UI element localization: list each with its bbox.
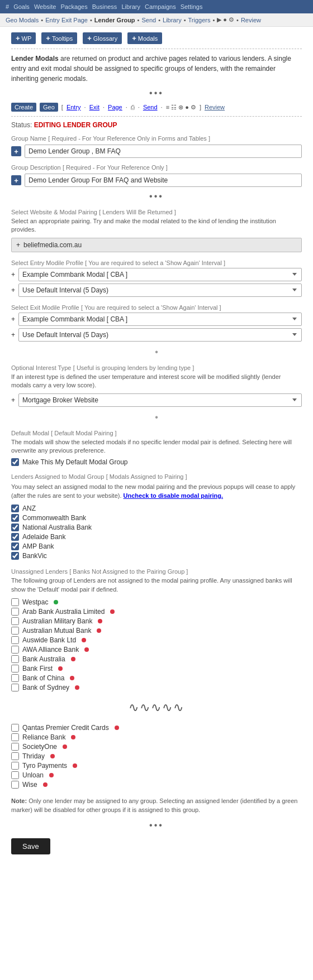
geo-action-btn[interactable]: Geo bbox=[40, 103, 58, 112]
breadcrumb-library[interactable]: Library bbox=[163, 17, 182, 23]
entry-interval-plus-icon: + bbox=[11, 286, 15, 294]
unassigned-qantas-label: Qantas Premier Credit Cards bbox=[22, 724, 109, 732]
unassigned-bank-of-china-checkbox[interactable] bbox=[11, 674, 19, 682]
interest-type-select[interactable]: Mortgage Broker Website Option 2 bbox=[18, 393, 302, 407]
unassigned-westpac-checkbox[interactable] bbox=[11, 598, 19, 606]
nav-item-packages[interactable]: Packages bbox=[60, 3, 87, 10]
unassigned-arab-bank-row: Arab Bank Australia Limited bbox=[11, 608, 302, 616]
exit-interval-select-row: + Use Default Interval (5 Days) Option 2 bbox=[11, 328, 302, 342]
nav-item-hash[interactable]: # bbox=[6, 3, 9, 10]
lender-cba-checkbox[interactable] bbox=[11, 514, 19, 522]
unassigned-qantas-checkbox[interactable] bbox=[11, 724, 19, 732]
action-exit-link[interactable]: Exit bbox=[89, 104, 99, 111]
lender-bankvic-row: BankVic bbox=[11, 552, 302, 560]
lender-bankvic-checkbox[interactable] bbox=[11, 552, 19, 560]
action-icons2: ≡ ☷ ⊗ ● ⚙ bbox=[166, 104, 196, 111]
save-button[interactable]: Save bbox=[11, 838, 50, 854]
note-content: Only one lender may be assigned to any g… bbox=[11, 798, 297, 814]
lender-adelaide-label: Adelaide Bank bbox=[22, 533, 65, 541]
lender-amp-checkbox[interactable] bbox=[11, 542, 19, 550]
tooltips-button[interactable]: + Tooltips bbox=[41, 32, 77, 44]
nav-item-campaigns[interactable]: Campaigns bbox=[145, 3, 176, 10]
entry-profile-title: Select Entry Modile Profile [ You are re… bbox=[11, 259, 302, 267]
entry-profile-plus-icon: + bbox=[11, 271, 15, 278]
wavy-divider: ∿∿∿∿∿ bbox=[11, 700, 302, 715]
unassigned-bank-australia-checkbox[interactable] bbox=[11, 655, 19, 663]
interest-type-plus-icon: + bbox=[11, 396, 15, 404]
unassigned-unloan-checkbox[interactable] bbox=[11, 771, 19, 779]
bank-first-dot bbox=[58, 666, 63, 671]
entry-interval-select[interactable]: Use Default Interval (5 Days) Option 2 bbox=[18, 284, 302, 297]
nav-item-website[interactable]: Website bbox=[34, 3, 56, 10]
group-name-input[interactable] bbox=[25, 145, 302, 158]
unassigned-arab-bank-checkbox[interactable] bbox=[11, 608, 19, 616]
website-display: + beliefmedia.com.au bbox=[11, 238, 302, 252]
unassigned-reliance-label: Reliance Bank bbox=[22, 733, 65, 741]
tyro-dot bbox=[73, 763, 77, 768]
action-review-link[interactable]: Review bbox=[205, 104, 225, 111]
glossary-button[interactable]: + Glossary bbox=[83, 32, 122, 44]
thriday-dot bbox=[50, 754, 55, 758]
action-send-link[interactable]: Send bbox=[143, 104, 158, 111]
lender-anz-checkbox[interactable] bbox=[11, 505, 19, 512]
wp-plus-icon: + bbox=[16, 34, 20, 42]
unassigned-reliance-checkbox[interactable] bbox=[11, 733, 19, 741]
unassigned-bank-first-checkbox[interactable] bbox=[11, 665, 19, 672]
action-sep4: · bbox=[138, 104, 140, 111]
action-page-link[interactable]: Page bbox=[108, 104, 122, 111]
breadcrumb-send[interactable]: Send bbox=[141, 17, 156, 23]
action-bracket-open: [ bbox=[61, 104, 63, 111]
nav-item-settings[interactable]: Settings bbox=[181, 3, 203, 10]
unassigned-awa-checkbox[interactable] bbox=[11, 646, 19, 654]
modals-label: Modals bbox=[138, 35, 158, 42]
wp-button[interactable]: + WP bbox=[11, 32, 36, 44]
breadcrumb-icons: ▶ ● ⚙ bbox=[217, 16, 234, 23]
group-description-input[interactable] bbox=[25, 174, 302, 187]
divider-1 bbox=[11, 49, 302, 49]
breadcrumb-lender-group: Lender Group bbox=[94, 17, 135, 23]
breadcrumb-triggers[interactable]: Triggers bbox=[188, 17, 211, 23]
action-icon1: ⎙ bbox=[131, 104, 135, 111]
unassigned-mutual-bank-checkbox[interactable] bbox=[11, 627, 19, 635]
unassigned-auswide-checkbox[interactable] bbox=[11, 636, 19, 644]
action-sep3: · bbox=[126, 104, 127, 111]
action-entry-link[interactable]: Entry bbox=[67, 104, 81, 111]
nav-item-goals[interactable]: Goals bbox=[13, 3, 30, 10]
awa-dot bbox=[84, 647, 89, 652]
breadcrumb-geo-modals[interactable]: Geo Modals bbox=[6, 17, 39, 23]
unassigned-bank-of-china-row: Bank of China bbox=[11, 674, 302, 682]
default-modal-checkbox[interactable] bbox=[11, 458, 19, 466]
top-toolbar: + WP + Tooltips + Glossary + Modals bbox=[11, 32, 302, 44]
lender-nab-checkbox[interactable] bbox=[11, 523, 19, 531]
breadcrumb-review[interactable]: Review bbox=[241, 17, 261, 23]
unassigned-thriday-checkbox[interactable] bbox=[11, 752, 19, 760]
unassigned-bank-first-row: Bank First bbox=[11, 665, 302, 672]
unassigned-wise-checkbox[interactable] bbox=[11, 781, 19, 789]
action-sep2: · bbox=[103, 104, 105, 111]
disable-modal-pairing-link[interactable]: Uncheck to disable modal pairing. bbox=[124, 492, 223, 499]
unassigned-unloan-row: Unloan bbox=[11, 771, 302, 779]
unassigned-military-bank-checkbox[interactable] bbox=[11, 617, 19, 625]
lenders-assigned-section: Lenders Assigned to Modal Group [ Modals… bbox=[11, 473, 302, 560]
unassigned-tyro-checkbox[interactable] bbox=[11, 762, 19, 770]
nav-item-business[interactable]: Business bbox=[92, 3, 117, 10]
modals-button[interactable]: + Modals bbox=[127, 32, 162, 44]
dot-2: • bbox=[11, 412, 302, 422]
create-action-btn[interactable]: Create bbox=[11, 103, 36, 112]
default-modal-checkbox-row: Make This My Default Modal Group bbox=[11, 458, 302, 466]
exit-interval-plus-icon: + bbox=[11, 331, 15, 339]
action-sep: · bbox=[84, 104, 86, 111]
unassigned-bank-of-sydney-checkbox[interactable] bbox=[11, 684, 19, 691]
entry-profile-select[interactable]: Example Commbank Modal [ CBA ] Option 2 bbox=[18, 268, 302, 281]
breadcrumb-entry-exit[interactable]: Entry Exit Page bbox=[45, 17, 88, 23]
entry-profile-select-row: + Example Commbank Modal [ CBA ] Option … bbox=[11, 268, 302, 281]
unassigned-societyone-checkbox[interactable] bbox=[11, 743, 19, 751]
exit-profile-select[interactable]: Example Commbank Modal [ CBA ] Option 2 bbox=[18, 313, 302, 326]
lender-adelaide-checkbox[interactable] bbox=[11, 533, 19, 541]
exit-interval-select[interactable]: Use Default Interval (5 Days) Option 2 bbox=[18, 328, 302, 342]
entry-interval-select-row: + Use Default Interval (5 Days) Option 2 bbox=[11, 284, 302, 297]
lender-amp-label: AMP Bank bbox=[22, 542, 54, 550]
group-description-plus-icon: + bbox=[11, 175, 21, 185]
top-navigation: # Goals Website Packages Business Librar… bbox=[0, 0, 313, 13]
nav-item-library[interactable]: Library bbox=[121, 3, 140, 10]
